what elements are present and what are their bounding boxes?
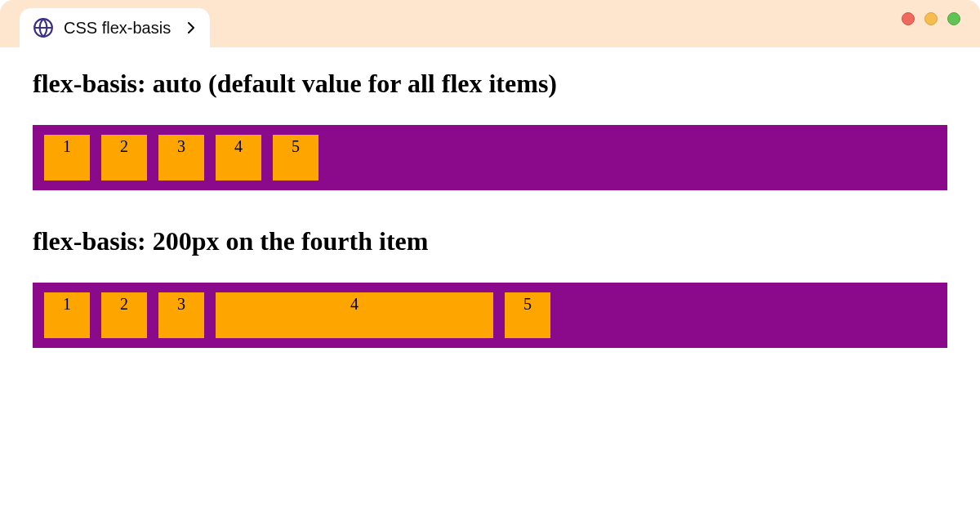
flex-container: 1 2 3 4 5 — [33, 283, 947, 348]
page-content: flex-basis: auto (default value for all … — [0, 47, 980, 369]
section-heading: flex-basis: auto (default value for all … — [33, 69, 947, 99]
minimize-window-button[interactable] — [924, 12, 938, 25]
demo-section-fixed: flex-basis: 200px on the fourth item 1 2… — [33, 226, 947, 348]
chevron-right-icon — [187, 21, 195, 34]
browser-tab[interactable]: CSS flex-basis — [20, 8, 210, 47]
flex-item: 1 — [44, 292, 90, 338]
window-controls — [902, 12, 960, 25]
flex-item: 1 — [44, 135, 90, 181]
flex-container: 1 2 3 4 5 — [33, 125, 947, 190]
flex-item: 4 — [216, 135, 261, 181]
tab-title: CSS flex-basis — [64, 19, 171, 38]
flex-item: 5 — [505, 292, 550, 338]
maximize-window-button[interactable] — [947, 12, 960, 25]
browser-tab-bar: CSS flex-basis — [0, 0, 980, 47]
flex-item: 5 — [273, 135, 318, 181]
flex-item-wide: 4 — [216, 292, 493, 338]
section-heading: flex-basis: 200px on the fourth item — [33, 226, 947, 256]
flex-item: 3 — [158, 135, 204, 181]
globe-icon — [33, 17, 54, 38]
close-window-button[interactable] — [902, 12, 915, 25]
flex-item: 3 — [158, 292, 204, 338]
flex-item: 2 — [101, 135, 147, 181]
demo-section-auto: flex-basis: auto (default value for all … — [33, 69, 947, 190]
flex-item: 2 — [101, 292, 147, 338]
